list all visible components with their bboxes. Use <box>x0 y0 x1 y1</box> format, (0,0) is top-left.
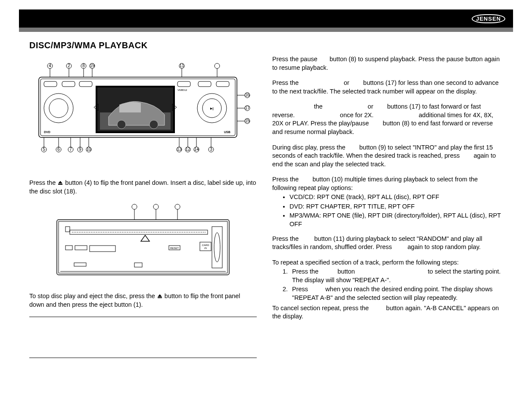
svg-rect-62 <box>57 220 229 275</box>
list-item: Press when you reach the desired ending … <box>289 285 503 302</box>
svg-point-28 <box>117 120 126 129</box>
callout-4: 4 <box>49 63 51 68</box>
callout-11: 11 <box>179 63 184 68</box>
callout-13: 13 <box>177 147 182 152</box>
callout-10: 10 <box>86 147 91 152</box>
callout-9: 9 <box>79 147 81 152</box>
separator <box>29 317 257 317</box>
eject-icon <box>157 294 163 299</box>
section-title: DISC/MP3/WMA PLAYBACK <box>29 40 257 51</box>
ab-cancel-paragraph: To cancel section repeat, press the butt… <box>272 304 503 321</box>
eject-icon <box>57 181 63 185</box>
dvd-label: DVD <box>44 131 50 134</box>
eject-disc-paragraph: To stop disc play and eject the disc, pr… <box>29 292 257 309</box>
model-label: VM8012 <box>177 89 187 91</box>
pause-paragraph: Press the pause button (8) to suspend pl… <box>272 55 503 72</box>
ab-steps-list: Press the button to select the starting … <box>272 268 503 302</box>
callout-12: 12 <box>185 147 190 152</box>
svg-text:CARD: CARD <box>202 244 209 246</box>
brand-logo: JENSEN <box>472 14 505 23</box>
svg-point-58 <box>175 204 180 209</box>
callout-3: 3 <box>210 147 212 152</box>
repeat-intro-paragraph: Press the button (10) multiple times dur… <box>272 175 503 192</box>
callout-17: 17 <box>245 106 250 110</box>
separator <box>29 358 257 358</box>
eject-disc-text-a: To stop disc play and eject the disc, pr… <box>29 293 157 299</box>
track-select-paragraph: Press the or buttons (17) for less than … <box>272 79 503 96</box>
random-paragraph: Press the button (11) during playback to… <box>272 235 503 252</box>
insert-disc-paragraph: Press the button (4) to flip the front p… <box>29 179 257 196</box>
svg-text:IN: IN <box>204 247 207 249</box>
faceplate-diagram: 4 2 8 19 11 <box>31 61 255 156</box>
callout-14: 14 <box>194 147 199 152</box>
fast-forward-paragraph: the or buttons (17) to fast forward or f… <box>272 103 503 136</box>
slot-diagram: RESET CARD IN <box>48 202 238 280</box>
callout-8: 8 <box>82 63 85 68</box>
svg-point-56 <box>132 204 137 209</box>
svg-text:▶||: ▶|| <box>210 107 214 110</box>
callout-5: 5 <box>43 147 45 152</box>
callout-6: 6 <box>57 147 60 152</box>
svg-point-29 <box>149 120 158 129</box>
list-item: DVD: RPT CHAPTER, RPT TITLE, RPT OFF <box>289 202 503 211</box>
callout-16: 16 <box>245 93 250 97</box>
ab-intro-paragraph: To repeat a specified section of a track… <box>272 258 503 267</box>
insert-disc-text-a: Press the <box>29 179 57 186</box>
list-item: Press the button to select the starting … <box>289 268 503 284</box>
callout-7: 7 <box>69 147 72 152</box>
list-item: VCD/CD: RPT ONE (track), RPT ALL (disc),… <box>289 193 503 202</box>
usb-label: USB <box>224 131 230 134</box>
svg-point-57 <box>153 204 159 209</box>
callout-15: 15 <box>245 118 250 123</box>
intro-scan-paragraph: During disc play, press the button (9) t… <box>272 143 503 169</box>
repeat-options-list: VCD/CD: RPT ONE (track), RPT ALL (disc),… <box>272 193 503 228</box>
header-bar: JENSEN <box>19 9 513 28</box>
reset-label: RESET <box>170 247 179 249</box>
callout-2: 2 <box>68 63 70 68</box>
list-item: MP3/WMA: RPT ONE (file), RPT DIR (direct… <box>289 212 503 228</box>
callout-19: 19 <box>90 63 95 68</box>
svg-point-5 <box>215 63 220 68</box>
header-divider <box>19 28 513 32</box>
